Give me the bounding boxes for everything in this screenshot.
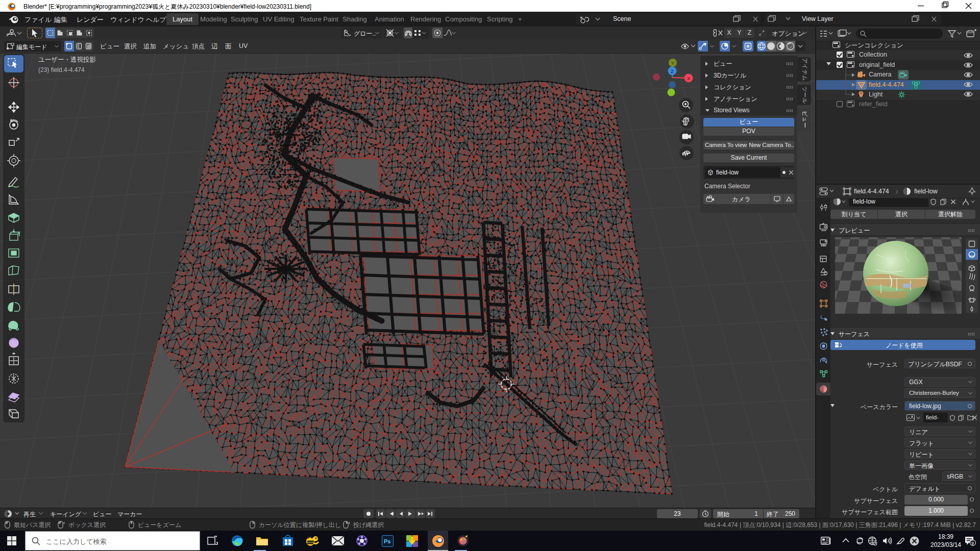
svg-text:Z: Z: [671, 68, 674, 74]
svg-text:9: 9: [971, 541, 974, 546]
svg-text:X: X: [687, 76, 691, 81]
svg-text:Y: Y: [671, 60, 675, 66]
svg-text:Ps: Ps: [384, 538, 390, 544]
